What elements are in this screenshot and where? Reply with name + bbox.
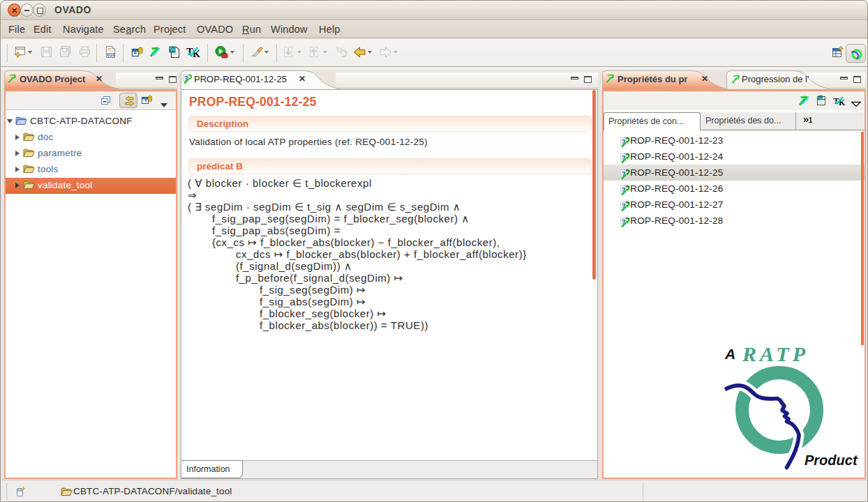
svg-text:W: W (818, 96, 823, 100)
svg-text:Product: Product (805, 452, 858, 468)
svg-text:K: K (193, 49, 200, 59)
svg-text:RATP: RATP (742, 342, 809, 365)
svg-text:A: A (724, 346, 735, 362)
svg-text:W: W (170, 46, 176, 53)
svg-text:010: 010 (107, 52, 115, 57)
